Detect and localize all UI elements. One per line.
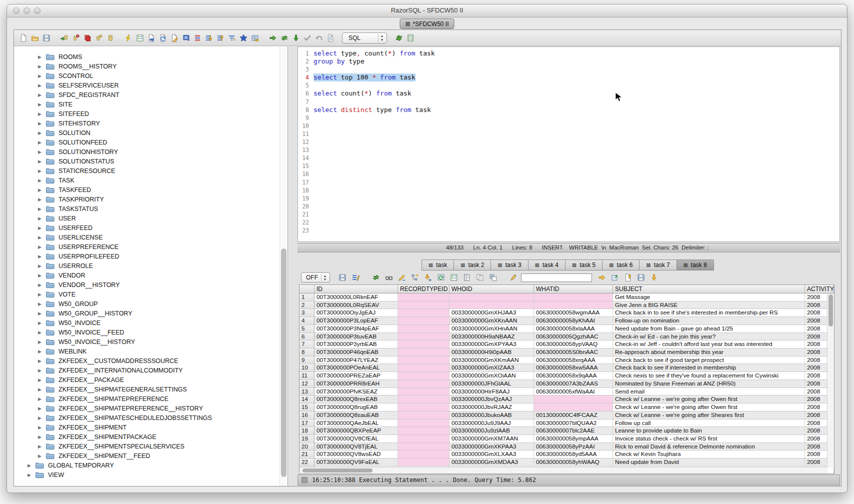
- disclosure-triangle-icon[interactable]: ▶: [38, 206, 46, 212]
- cell-id[interactable]: 00T3000000QAeJbEAL: [314, 420, 398, 428]
- cell-whoid[interactable]: 0033000000JbvQzAAJ: [450, 396, 534, 404]
- cell-id[interactable]: 00T3000000PfvKSEAZ: [314, 388, 398, 396]
- cell-whatid[interactable]: 006300000058yhWAAQ: [534, 458, 613, 466]
- table-search-icon[interactable]: [249, 32, 260, 44]
- disclosure-triangle-icon[interactable]: ▶: [38, 396, 46, 402]
- cell-subject[interactable]: Need update from David: [613, 458, 805, 466]
- cell-subject[interactable]: Nominated by Shane Freeman at ANZ (HR50): [613, 380, 805, 388]
- disclosure-triangle-icon[interactable]: ▶: [38, 254, 46, 259]
- cell-subject[interactable]: Get Massage: [613, 294, 805, 302]
- result-tab-task-6[interactable]: ⊠task 6: [602, 260, 639, 270]
- insert-row-icon[interactable]: [422, 272, 433, 283]
- cell-subject[interactable]: Send email: [613, 388, 805, 396]
- refresh-results-icon[interactable]: [370, 272, 381, 283]
- disconnect-database-icon[interactable]: [70, 32, 82, 44]
- tree-item-solutionhistory[interactable]: ▶SOLUTIONHISTORY: [14, 147, 288, 156]
- table-row[interactable]: 1900T3000000QV8CfEAL0033000000GmXM7AAN00…: [300, 435, 834, 443]
- cell-recordtypeid[interactable]: [398, 356, 450, 364]
- tree-item-zkfedex-shipmatepreference-history[interactable]: ▶ZKFEDEX__SHIPMATEPREFERENCE__HISTORY: [14, 404, 288, 413]
- connect-database-icon[interactable]: [58, 32, 70, 44]
- disclosure-triangle-icon[interactable]: ▶: [38, 368, 46, 373]
- cell-subject[interactable]: Check back in to see if she's interested…: [613, 309, 805, 317]
- close-tab-icon[interactable]: ⊠: [460, 262, 465, 268]
- tree-item-zkfedex-shipmatescheduledjobssettings[interactable]: ▶ZKFEDEX__SHIPMATESCHEDULEDJOBSSETTINGS: [14, 413, 288, 422]
- cell-recordtypeid[interactable]: [398, 364, 450, 372]
- cell-whoid[interactable]: 0033000000Ju9zlAAB: [450, 427, 534, 435]
- copy-rows-icon[interactable]: [474, 272, 485, 283]
- disclosure-triangle-icon[interactable]: ▶: [38, 387, 46, 392]
- cell-subject[interactable]: Check w/ Leanne - we're going after Owen…: [613, 404, 805, 412]
- editor-line[interactable]: 3: [298, 66, 840, 74]
- find-next-icon[interactable]: [596, 272, 607, 283]
- editor-line[interactable]: 23: [298, 226, 840, 234]
- table-row[interactable]: 700T3000000P3yrbEAB0033000000GmXPYAA3006…: [300, 340, 834, 348]
- filter-sort-icon[interactable]: [350, 272, 360, 283]
- disclosure-triangle-icon[interactable]: ▶: [28, 463, 35, 468]
- tree-item-zkfedex-package[interactable]: ▶ZKFEDEX__PACKAGE: [14, 375, 288, 384]
- table-row[interactable]: 1600T3000000Q8sauEAB0033000000JbukoAAB00…: [300, 412, 834, 420]
- close-tab-icon[interactable]: ⊠: [498, 262, 502, 268]
- tree-scrollbar-thumb[interactable]: [281, 248, 286, 477]
- tree-item-w50-invoice-feed[interactable]: ▶W50_INVOICE__FEED: [14, 328, 288, 337]
- disclosure-triangle-icon[interactable]: ▶: [38, 416, 46, 420]
- describe-columns-icon[interactable]: [448, 272, 459, 283]
- result-tab-task[interactable]: ⊠task: [422, 260, 454, 270]
- tree-item-userprofilefeed[interactable]: ▶USERPROFILEFEED: [14, 252, 288, 261]
- cell-id[interactable]: 00T3000000PREZaEAP: [314, 372, 398, 380]
- commit-icon[interactable]: [82, 32, 93, 44]
- result-tab-task-7[interactable]: ⊠task 7: [639, 260, 676, 270]
- cell-subject[interactable]: Leanne to provide update to Bain: [613, 427, 805, 435]
- cell-id[interactable]: 00T3000000P3yrbEAB: [314, 340, 398, 348]
- table-vertical-scrollbar-thumb[interactable]: [828, 294, 833, 326]
- table-row[interactable]: 1200T3000000PRR8rEAH0033000000JFhGlAAL00…: [300, 380, 834, 388]
- execute-lightning-icon[interactable]: [122, 32, 134, 44]
- cell-whatid[interactable]: 0013000000C4fFCAAZ: [534, 412, 613, 420]
- editor-line[interactable]: 17: [298, 178, 840, 186]
- table-row[interactable]: 1700T3000000QAeJbEAL0033000000Ju9J9AAJ00…: [300, 420, 834, 428]
- disclosure-triangle-icon[interactable]: ▶: [38, 150, 46, 154]
- cell-whoid[interactable]: 0033000000GmXPYAA3: [450, 340, 534, 348]
- cell-whatid[interactable]: 006300000058xlaAAA: [534, 325, 613, 333]
- disclosure-triangle-icon[interactable]: ▶: [38, 358, 46, 364]
- column-header-whatid[interactable]: WHATID: [534, 285, 613, 294]
- edit-notes-icon[interactable]: [622, 272, 633, 283]
- tree-item-w50-invoice[interactable]: ▶W50_INVOICE: [14, 318, 288, 328]
- cell-recordtypeid[interactable]: [398, 340, 450, 348]
- disclosure-triangle-icon[interactable]: ▶: [38, 226, 46, 230]
- close-tab-icon[interactable]: ⊠: [609, 262, 614, 268]
- column-header-subject[interactable]: SUBJECT: [613, 285, 805, 294]
- cell-subject[interactable]: Re-approach about membership this year: [613, 348, 805, 356]
- cell-id[interactable]: 00T3000000P3N4pEAF: [314, 325, 398, 333]
- results-search-input[interactable]: [521, 274, 592, 282]
- export-icon[interactable]: [146, 32, 157, 44]
- disclosure-triangle-icon[interactable]: ▶: [28, 472, 35, 478]
- editor-line[interactable]: 19: [298, 194, 840, 202]
- disclosure-triangle-icon[interactable]: ▶: [38, 102, 46, 107]
- disclosure-triangle-icon[interactable]: ▶: [38, 178, 46, 183]
- cell-whoid[interactable]: 0033000000JbvRJAAZ: [450, 404, 534, 412]
- tree-item-zkfedex-internationalcommodity[interactable]: ▶ZKFEDEX__INTERNATIONALCOMMODITY: [14, 366, 288, 375]
- edit-table-icon[interactable]: [168, 32, 180, 44]
- export-table-icon[interactable]: [610, 272, 620, 283]
- cell-id[interactable]: 00T3000000P3LopEAF: [314, 317, 398, 325]
- tree-scrollbar[interactable]: [280, 46, 288, 486]
- view-page-icon[interactable]: [462, 272, 472, 283]
- disclosure-triangle-icon[interactable]: ▶: [38, 140, 46, 145]
- cell-whatid[interactable]: 006300000058x9qAAA: [534, 372, 613, 380]
- cell-whatid[interactable]: 006300000058ympAAA: [534, 435, 613, 443]
- cell-whoid[interactable]: 0033000000GmXKPAA3: [450, 443, 534, 451]
- tree-item-w50-invoice-history[interactable]: ▶W50_INVOICE__HISTORY: [14, 337, 288, 346]
- tree-item-rooms[interactable]: ▶ROOMS: [14, 52, 288, 62]
- tree-item-w50-group[interactable]: ▶W50_GROUP: [14, 299, 288, 308]
- table-row[interactable]: 1400T3000000Q8rexEAB0033000000JbvQzAAJCh…: [300, 396, 834, 404]
- stepper-arrows-icon[interactable]: ▲▼: [378, 34, 386, 42]
- sql-editor[interactable]: 1select type, count(*) from task2group b…: [298, 46, 840, 242]
- disclosure-triangle-icon[interactable]: ▶: [38, 330, 46, 335]
- table-row[interactable]: 200T3000000L0RqSEAVGive Jenn a BIG RAISE…: [300, 302, 834, 310]
- cell-whoid[interactable]: 0033000000GmXOiAAN: [450, 372, 534, 380]
- tree-item-rooms-history[interactable]: ▶ROOMS__HISTORY: [14, 62, 288, 71]
- disclosure-triangle-icon[interactable]: ▶: [38, 130, 46, 136]
- table-row[interactable]: 2100T3000000QV8wsEAD0033000000GmXLXAA300…: [300, 450, 834, 458]
- disclosure-triangle-icon[interactable]: ▶: [38, 264, 46, 268]
- cell-whoid[interactable]: 0033000000GmXMDAA3: [450, 458, 534, 466]
